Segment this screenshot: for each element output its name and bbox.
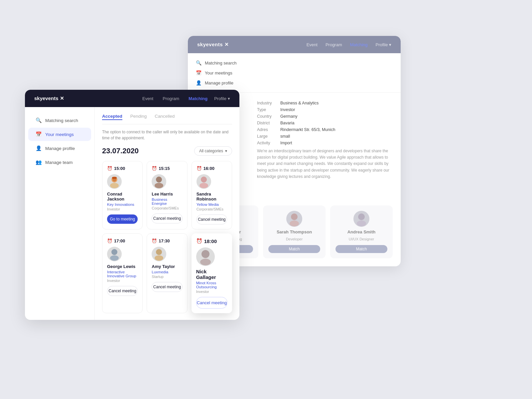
sidebar-item-matching[interactable]: 🔍 Matching search bbox=[28, 114, 91, 127]
team-card-1: Sarah Thompson Developer Match bbox=[263, 205, 326, 258]
meeting-avatar-4 bbox=[152, 247, 166, 261]
clock-icon: ⏰ bbox=[107, 166, 112, 171]
adres-value: Rindermarkt Str. 65/3, Munich bbox=[280, 127, 335, 132]
cancel-meeting-button-4[interactable]: Cancel meeting bbox=[152, 282, 182, 292]
adres-label: Adres bbox=[257, 127, 280, 132]
meeting-type-2: Corporate/SMEs bbox=[197, 207, 227, 211]
meeting-type-4: Startup bbox=[152, 275, 182, 279]
large-label: Large bbox=[257, 134, 280, 139]
team-card-2: Andrea Smith UI/UX Designer Match bbox=[330, 205, 393, 258]
meeting-card-highlighted: ⏰ 18:00 Nick Gallager Minot Kross Outsou… bbox=[192, 233, 232, 313]
profile-nav: skyevents ✕ Event Program Matching Profi… bbox=[188, 36, 401, 53]
main-nav-matching[interactable]: Matching bbox=[189, 96, 207, 101]
meetings-header-row: 23.07.2020 All categories ▾ bbox=[102, 146, 232, 156]
profile-sidebar-nav: 🔍 Matching search 📅 Your meetings 👤 Mana… bbox=[188, 53, 401, 93]
svg-rect-10 bbox=[112, 177, 117, 179]
svg-point-12 bbox=[155, 183, 163, 188]
meeting-company-1: Business Energise bbox=[152, 198, 182, 205]
activity-value: Import bbox=[280, 141, 292, 145]
district-label: District bbox=[257, 121, 280, 125]
nav-profile[interactable]: Profile ▾ bbox=[376, 42, 391, 47]
cancel-meeting-button-3[interactable]: Cancel meeting bbox=[107, 286, 138, 296]
cancel-meeting-button-highlighted[interactable]: Cancel meeting bbox=[196, 297, 227, 309]
meeting-time-1: ⏰ 15:15 bbox=[152, 166, 182, 171]
sidebar-item-team[interactable]: 👥 Manage team bbox=[28, 156, 91, 169]
meeting-card-1: ⏰ 15:15 Lee Harris Business Energise Cor… bbox=[147, 161, 187, 229]
meeting-name-1: Lee Harris bbox=[152, 192, 182, 197]
tab-cancelled[interactable]: Cancelled bbox=[155, 114, 175, 120]
clock-icon: ⏰ bbox=[152, 166, 157, 171]
svg-point-16 bbox=[110, 255, 119, 261]
match-btn-1[interactable]: Match bbox=[268, 245, 320, 253]
main-nav-program[interactable]: Program bbox=[163, 96, 179, 101]
search-icon: 🔍 bbox=[36, 117, 42, 123]
meeting-card-4: ⏰ 17:30 Amy Taylor Luxmedia Startup Canc… bbox=[147, 233, 187, 313]
meeting-card-0: ⏰ 15:00 Conrad Jackson Key Innovations I… bbox=[102, 161, 143, 229]
nav-program[interactable]: Program bbox=[326, 42, 342, 47]
main-logo: skyevents ✕ bbox=[34, 95, 64, 101]
company-description: We're an interdisciplinary team of desig… bbox=[257, 148, 393, 180]
profile-nav-manage[interactable]: 👤 Manage profile bbox=[196, 78, 393, 88]
nav-event[interactable]: Event bbox=[307, 42, 318, 47]
svg-point-15 bbox=[111, 249, 117, 255]
meeting-name-h: Nick Gallager bbox=[196, 269, 227, 280]
main-nav-links: Event Program Matching bbox=[142, 96, 207, 101]
chevron-down-icon: ▾ bbox=[225, 149, 227, 153]
svg-point-19 bbox=[201, 250, 209, 258]
profile-nav-links: Event Program Matching Profile ▾ bbox=[307, 42, 391, 47]
team-name-1: Sarah Thompson bbox=[277, 229, 312, 234]
meeting-time-h: ⏰ 18:00 bbox=[196, 238, 227, 244]
meeting-avatar-highlighted bbox=[196, 247, 215, 266]
cancel-meeting-button-1[interactable]: Cancel meeting bbox=[152, 213, 182, 223]
filter-button[interactable]: All categories ▾ bbox=[194, 146, 232, 156]
match-btn-2[interactable]: Match bbox=[335, 245, 387, 253]
activity-label: Activity bbox=[257, 141, 280, 145]
profile-logo: skyevents ✕ bbox=[197, 42, 229, 48]
tab-pending[interactable]: Pending bbox=[130, 114, 147, 120]
calendar-icon: 📅 bbox=[36, 131, 42, 137]
team-role-1: Developer bbox=[286, 237, 303, 241]
go-meeting-button-0[interactable]: Go to meeting bbox=[107, 214, 138, 224]
meetings-date: 23.07.2020 bbox=[102, 147, 139, 155]
tab-accepted[interactable]: Accepted bbox=[102, 114, 122, 120]
meetings-tabs: Accepted Pending Cancelled bbox=[102, 114, 232, 124]
team-role-2: UI/UX Designer bbox=[349, 237, 374, 241]
main-panel: skyevents ✕ Event Program Matching Profi… bbox=[25, 90, 239, 320]
search-icon: 🔍 bbox=[196, 60, 201, 66]
profile-nav-meetings[interactable]: 📅 Your meetings bbox=[196, 68, 393, 78]
user-icon: 👤 bbox=[196, 80, 201, 85]
sidebar-item-profile[interactable]: 👤 Manage profile bbox=[28, 142, 91, 155]
clock-icon: ⏰ bbox=[107, 238, 112, 243]
calendar-icon: 📅 bbox=[196, 70, 201, 75]
clock-icon: ⏰ bbox=[197, 166, 202, 171]
meeting-type-h: Investor bbox=[196, 290, 227, 294]
main-nav-event[interactable]: Event bbox=[142, 96, 153, 101]
meeting-time-2: ⏰ 16:00 bbox=[197, 166, 227, 171]
country-value: Germany bbox=[280, 114, 297, 119]
meeting-company-0: Key Innovations bbox=[107, 202, 138, 206]
meeting-company-2: Yellow Media bbox=[197, 202, 227, 206]
meeting-time-0: ⏰ 15:00 bbox=[107, 166, 138, 171]
district-value: Bavaria bbox=[280, 121, 294, 125]
svg-point-17 bbox=[156, 249, 162, 255]
meeting-avatar-0 bbox=[107, 174, 122, 189]
svg-point-20 bbox=[200, 259, 211, 265]
main-nav-profile[interactable]: Profile ▾ bbox=[214, 96, 230, 101]
team-avatar-1 bbox=[286, 211, 302, 227]
main-content: 🔍 Matching search 📅 Your meetings 👤 Mana… bbox=[25, 107, 239, 320]
meeting-type-3: Investor bbox=[107, 279, 138, 283]
type-value: Investor bbox=[280, 107, 295, 112]
team-avatar-2 bbox=[353, 211, 369, 227]
nav-matching[interactable]: Matching bbox=[350, 42, 368, 47]
country-label: Country bbox=[257, 114, 280, 119]
sidebar-item-meetings[interactable]: 📅 Your meetings bbox=[28, 128, 91, 141]
type-label: Type bbox=[257, 107, 280, 112]
cancel-meeting-button-2[interactable]: Cancel meeting bbox=[197, 214, 227, 224]
meeting-time-3: ⏰ 17:00 bbox=[107, 238, 138, 243]
meetings-grid: ⏰ 15:00 Conrad Jackson Key Innovations I… bbox=[102, 161, 232, 313]
chevron-down-icon: ▾ bbox=[228, 96, 230, 101]
main-nav: skyevents ✕ Event Program Matching Profi… bbox=[25, 90, 239, 107]
profile-nav-matching[interactable]: 🔍 Matching search bbox=[196, 58, 393, 68]
clock-icon: ⏰ bbox=[196, 238, 202, 244]
user-icon: 👤 bbox=[36, 145, 42, 151]
